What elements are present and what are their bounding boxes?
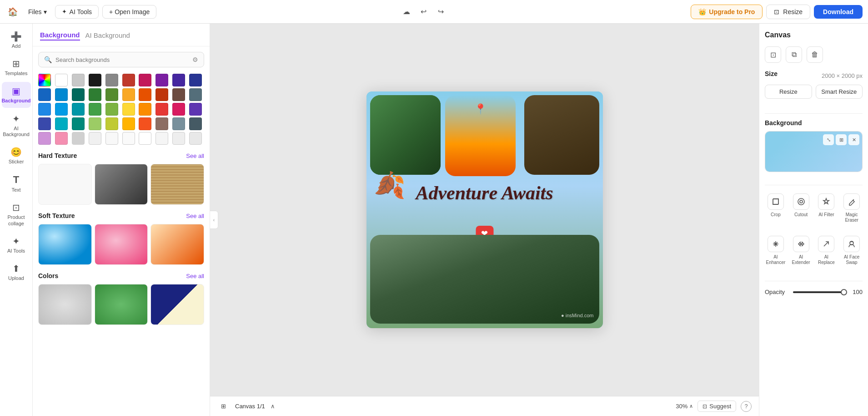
swatch-yellow2[interactable] [122, 103, 135, 116]
photo-top-center[interactable]: 📍 [445, 95, 516, 176]
tool-ai-enhancer[interactable]: AI Enhancer [765, 233, 787, 268]
swatch-white8[interactable] [189, 132, 202, 145]
smart-resize-button[interactable]: Smart Resize [816, 85, 863, 99]
ai-tools-button[interactable]: ✦ AI Tools [55, 5, 99, 19]
swatch-lblue2[interactable] [55, 103, 68, 116]
tool-crop[interactable]: Crop [765, 191, 787, 226]
resize-button[interactable]: ⊡ Resize [766, 5, 810, 19]
texture-item-gray[interactable] [95, 164, 148, 205]
swatch-indigo1[interactable] [189, 103, 202, 116]
swatch-lgreen1[interactable] [105, 88, 118, 101]
swatch-green2[interactable] [89, 103, 101, 116]
opacity-slider[interactable] [793, 291, 845, 293]
open-image-button[interactable]: + Open Image [102, 5, 156, 19]
swatch-purple1[interactable] [156, 74, 168, 86]
files-menu[interactable]: Files ▾ [24, 5, 51, 18]
sidebar-item-add[interactable]: ➕ Add [2, 27, 31, 53]
tool-cutout[interactable]: Cutout [790, 191, 812, 226]
suggest-button[interactable]: ⊡ Suggest [697, 401, 736, 412]
tool-ai-extender[interactable]: AI Extender [790, 233, 812, 268]
canvas-image[interactable]: 📍 🍂 Adventure Awaits ❤ ● insMind.com [366, 91, 603, 328]
swatch-lpink[interactable] [55, 132, 68, 145]
canvas-action-delete[interactable]: 🗑 [807, 46, 823, 63]
sidebar-item-sticker[interactable]: 😊 Sticker [2, 143, 31, 168]
help-button[interactable]: ? [741, 401, 752, 412]
swatch-lpurple[interactable] [38, 132, 51, 145]
sidebar-item-background[interactable]: ▣ Background [2, 82, 31, 107]
swatch-rainbow[interactable] [38, 74, 51, 86]
tool-magic-eraser[interactable]: Magic Eraser [841, 191, 863, 226]
download-button[interactable]: Download [814, 5, 863, 19]
swatch-lgreen4[interactable] [105, 117, 118, 130]
opacity-slider-thumb[interactable] [841, 289, 847, 295]
swatch-teal2[interactable] [72, 117, 85, 130]
redo-button[interactable]: ↪ [434, 5, 448, 19]
color-item-lgray[interactable] [38, 284, 92, 325]
swatch-lgreen2[interactable] [105, 103, 118, 116]
swatch-deeporange[interactable] [139, 117, 151, 130]
swatch-brown2[interactable] [156, 117, 168, 130]
tab-ai-background[interactable]: AI Background [85, 31, 130, 40]
swatch-pink1[interactable] [139, 74, 151, 86]
swatch-white7[interactable] [172, 132, 185, 145]
panel-collapse-button[interactable]: ‹ [210, 211, 218, 229]
swatch-orange1[interactable] [139, 88, 151, 101]
home-button[interactable]: 🏠 [5, 5, 20, 19]
background-preview[interactable]: ⤡ ⊞ ✕ [765, 131, 863, 172]
swatch-teal1[interactable] [72, 88, 85, 101]
photo-bottom-group[interactable] [370, 235, 599, 324]
swatch-blue2[interactable] [38, 103, 51, 116]
tool-ai-filter[interactable]: AI Filter [816, 191, 838, 226]
layers-button[interactable]: ⊞ [217, 401, 230, 411]
sidebar-item-ai-background[interactable]: ✦ AI Background [2, 110, 31, 141]
swatch-lgray1[interactable] [72, 74, 85, 86]
texture-item-pink[interactable] [95, 224, 148, 265]
color-item-green[interactable] [95, 284, 148, 325]
sidebar-item-upload[interactable]: ⬆ Upload [2, 259, 31, 285]
sidebar-item-product-collage[interactable]: ⊡ Product collage [2, 198, 31, 230]
swatch-red2[interactable] [156, 103, 168, 116]
swatch-dpurple[interactable] [172, 74, 185, 86]
swatch-white5[interactable] [139, 132, 151, 145]
undo-button[interactable]: ↩ [416, 5, 431, 19]
resize-action-button[interactable]: Resize [765, 85, 812, 99]
swatch-cyan1[interactable] [72, 103, 85, 116]
bg-expand-button[interactable]: ⤡ [823, 134, 834, 145]
color-item-navy[interactable] [151, 284, 204, 325]
swatch-amber[interactable] [122, 117, 135, 130]
bg-delete-button[interactable]: ✕ [848, 134, 859, 145]
texture-item-orange[interactable] [151, 224, 204, 265]
sidebar-item-text[interactable]: T Text [2, 170, 31, 197]
texture-item-white[interactable] [38, 164, 92, 205]
swatch-lblue1[interactable] [55, 88, 68, 101]
upgrade-button[interactable]: 👑 Upgrade to Pro [691, 5, 763, 19]
swatch-red1[interactable] [122, 74, 135, 86]
swatch-brown1[interactable] [172, 88, 185, 101]
swatch-lorange1[interactable] [156, 88, 168, 101]
swatch-cyan2[interactable] [55, 117, 68, 130]
texture-item-water[interactable] [38, 224, 92, 265]
swatch-green1[interactable] [89, 88, 101, 101]
swatch-bluegray1[interactable] [172, 117, 185, 130]
bg-fill-button[interactable]: ⊞ [836, 134, 847, 145]
texture-item-wood[interactable] [151, 164, 204, 205]
swatch-dbluegray[interactable] [189, 117, 202, 130]
swatch-orange2[interactable] [139, 103, 151, 116]
swatch-dpink1[interactable] [172, 103, 185, 116]
swatch-dgray1[interactable] [189, 88, 202, 101]
swatch-lgray2[interactable] [72, 132, 85, 145]
swatch-dblue1[interactable] [189, 74, 202, 86]
swatch-yellow1[interactable] [122, 88, 135, 101]
soft-texture-see-all[interactable]: See all [186, 213, 204, 219]
tool-ai-replace[interactable]: AI Replace [816, 233, 838, 268]
tab-background[interactable]: Background [40, 31, 80, 41]
swatch-white2[interactable] [89, 132, 101, 145]
search-input[interactable] [55, 56, 189, 63]
canvas-chevron-icon[interactable]: ∧ [271, 403, 275, 410]
swatch-white6[interactable] [156, 132, 168, 145]
photo-top-right[interactable] [524, 95, 599, 175]
swatch-black[interactable] [89, 74, 101, 86]
photo-top-left[interactable] [370, 95, 441, 175]
cloud-save-button[interactable]: ☁ [399, 5, 414, 19]
swatch-blue1[interactable] [38, 88, 51, 101]
